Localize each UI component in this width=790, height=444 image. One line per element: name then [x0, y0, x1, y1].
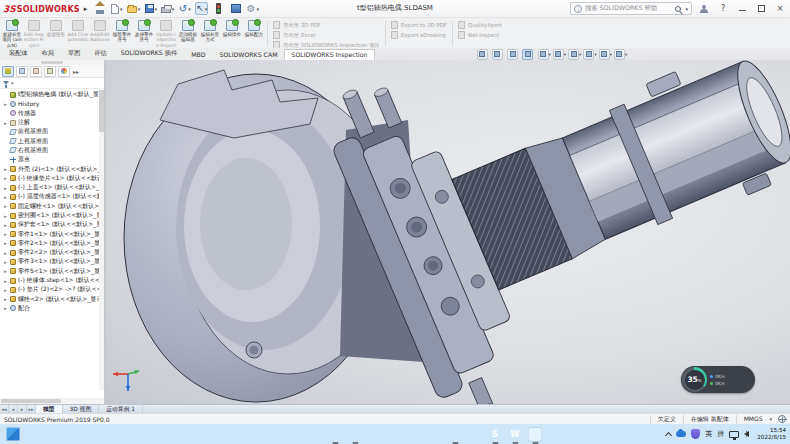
expand-arrow-icon[interactable]: ▸ [3, 240, 8, 246]
command-tab[interactable]: 评估 [87, 47, 113, 60]
expand-arrow-icon[interactable]: ▸ [3, 185, 8, 191]
ribbon-button[interactable]: Update Inspection Project [155, 19, 177, 48]
zoom-to-fit-icon[interactable] [477, 49, 488, 60]
undo-button[interactable]: ↺▾ [178, 2, 191, 15]
tab-scroll-left-icon[interactable]: ◂ [9, 405, 18, 413]
tree-item[interactable]: ▸ (-) 垫片 (2)<2> ->? (默认<<默认>_显 [0, 285, 104, 294]
quality-menu-item[interactable]: Net-Inspect [458, 31, 502, 39]
ribbon-button[interactable]: 编辑检查方式 [199, 19, 221, 48]
tree-item[interactable]: ▸ 零件1<1> (默认<<默认>_显示状态 [0, 229, 104, 238]
tree-item[interactable]: ▸ 螺栓<2> (默认<<默认>_显示状态 [0, 295, 104, 304]
rebuild-button[interactable] [212, 2, 225, 15]
close-button[interactable]: × [773, 2, 787, 15]
minimize-button[interactable] [735, 2, 749, 15]
volume-icon[interactable] [744, 431, 749, 437]
tree-item[interactable]: ▸ 外壳 (2)<1> (默认<<默认>_显示状态 [0, 164, 104, 173]
restore-button[interactable] [754, 2, 768, 15]
tree-item[interactable]: 右视基准面 [0, 146, 104, 155]
tree-item[interactable]: ▸ History [0, 99, 104, 108]
ribbon-button[interactable]: 新建报告 [45, 19, 67, 48]
command-tab[interactable]: SOLIDWORKS 插件 [114, 47, 184, 60]
export-menu-item[interactable]: Export eDrawing [391, 31, 447, 39]
search-icon[interactable] [675, 6, 681, 12]
ribbon-button[interactable]: 编辑配方 [243, 19, 265, 48]
menu-flyout-icon[interactable]: ▸ [84, 5, 88, 13]
tree-item[interactable]: ▸ 零件2<2> (默认<<默认>_显示状态 [0, 248, 104, 257]
taskbar-app-icon[interactable] [528, 427, 543, 442]
expand-arrow-icon[interactable]: ▸ [3, 101, 8, 107]
tree-item[interactable]: ▸ 零件5<1> (默认<<默认>_显示状态 [0, 267, 104, 276]
tab-property-manager[interactable] [16, 66, 28, 77]
taskbar-app-icon[interactable] [468, 427, 483, 442]
tree-item[interactable]: ▸ 配合 [0, 304, 104, 313]
expand-arrow-icon[interactable]: ▸ [3, 166, 8, 172]
tab-scroll-first-icon[interactable]: ◂◂ [0, 405, 9, 413]
hud-caret-icon[interactable]: ▾ [610, 52, 612, 57]
expand-arrow-icon[interactable]: ▸ [3, 296, 8, 302]
tab-scroll-right-icon[interactable]: ▸ [18, 405, 27, 413]
filter-caret-icon[interactable]: ▾ [11, 80, 14, 86]
tree-item[interactable]: 前视基准面 [0, 127, 104, 136]
expand-arrow-icon[interactable]: ▸ [3, 203, 8, 209]
expand-arrow-icon[interactable]: ▸ [3, 175, 8, 181]
command-tab[interactable]: SOLIDWORKS Inspection [284, 49, 374, 60]
ribbon-button[interactable]: 启动模板编辑器 [177, 19, 199, 48]
zoom-to-area-icon[interactable] [492, 49, 503, 60]
clock[interactable]: 15:54 2022/8/15 [757, 427, 786, 441]
expand-arrow-icon[interactable]: ▸ [3, 222, 8, 228]
taskbar-app-icon[interactable] [268, 427, 283, 442]
search-input[interactable]: i 搜索 SOLIDWORKS 帮助 ▾ [570, 2, 692, 15]
command-tab[interactable]: MBD [184, 49, 212, 60]
taskbar-app-icon[interactable] [328, 427, 343, 442]
open-document-button[interactable]: ▾ [127, 2, 140, 15]
help-button[interactable]: ? [716, 2, 730, 15]
tree-item[interactable]: t型铝轴热电偶 (默认<默认_显示状态-1 [0, 90, 104, 99]
taskbar-app-icon[interactable] [428, 427, 443, 442]
taskbar-app-icon[interactable] [368, 427, 383, 442]
command-tab[interactable]: 装配体 [2, 47, 35, 60]
tab-feature-tree[interactable] [2, 66, 14, 77]
ribbon-button[interactable]: Add/Edit Balloons [89, 19, 111, 48]
select-tool-button[interactable]: ↖▾ [195, 2, 208, 15]
manager-tabs-overflow-icon[interactable]: ▸▸ [73, 68, 79, 75]
apply-scene-icon[interactable] [599, 49, 610, 60]
tree-item[interactable]: 传感器 [0, 109, 104, 118]
taskbar-app-icon[interactable] [248, 427, 263, 442]
panel-vertical-scrollbar[interactable] [99, 90, 104, 390]
tree-item[interactable]: ▸ (-) 绝缘垫片<1> (默认<<默认>_显示 [0, 174, 104, 183]
new-document-button[interactable]: ▾ [110, 2, 123, 15]
system-monitor-ball[interactable]: 35% 0K/s 0K/s [681, 366, 755, 393]
hud-caret-icon[interactable]: ▾ [579, 52, 581, 57]
onedrive-tray-icon[interactable] [676, 431, 686, 437]
previous-view-icon[interactable] [507, 49, 518, 60]
expand-arrow-icon[interactable]: ▸ [3, 194, 8, 200]
security-shield-icon[interactable] [691, 429, 700, 439]
options-button[interactable]: ⚙▾ [246, 2, 259, 15]
tray-overflow-icon[interactable] [665, 431, 672, 438]
expand-arrow-icon[interactable]: ▸ [3, 259, 8, 265]
widgets-button[interactable] [6, 427, 20, 441]
document-tab[interactable]: 3D 视图 [63, 405, 100, 413]
graphics-viewport[interactable]: 35% 0K/s 0K/s [106, 60, 790, 404]
view-orientation-icon[interactable] [538, 49, 549, 60]
units-caret-icon[interactable]: ▾ [769, 416, 772, 422]
ribbon-button[interactable]: 移除零件序号 [111, 19, 133, 48]
file-properties-button[interactable] [229, 2, 242, 15]
language-indicator[interactable]: 英 [705, 429, 712, 439]
expand-arrow-icon[interactable]: ▸ [3, 250, 8, 256]
tree-item[interactable]: ▸ 零件2<1> (默认<<默认>_显示状态 [0, 239, 104, 248]
tree-item[interactable]: ▸ (-) 温度传感器<1> (默认<<默认>_显 [0, 192, 104, 201]
tree-item[interactable]: ▸ (-) 绝缘体.step<1> (默认<<默认>_显 [0, 276, 104, 285]
taskbar-app-icon[interactable]: S [488, 427, 503, 442]
edit-appearance-icon[interactable] [583, 49, 594, 60]
home-button[interactable] [93, 2, 106, 15]
document-tab[interactable]: 模型 [36, 405, 63, 413]
taskbar-app-icon[interactable] [308, 427, 323, 442]
ribbon-button[interactable]: Edit Inspection Project [23, 19, 45, 48]
assembly-model[interactable] [106, 60, 790, 404]
ime-indicator[interactable]: 拼 [717, 429, 724, 439]
ribbon-button[interactable]: 新建检查项目 (amp;N) [1, 19, 23, 48]
view-settings-icon[interactable] [614, 49, 625, 60]
expand-arrow-icon[interactable]: ▸ [3, 213, 8, 219]
export-menu-item[interactable]: 导出至 2D PDF [273, 21, 380, 29]
